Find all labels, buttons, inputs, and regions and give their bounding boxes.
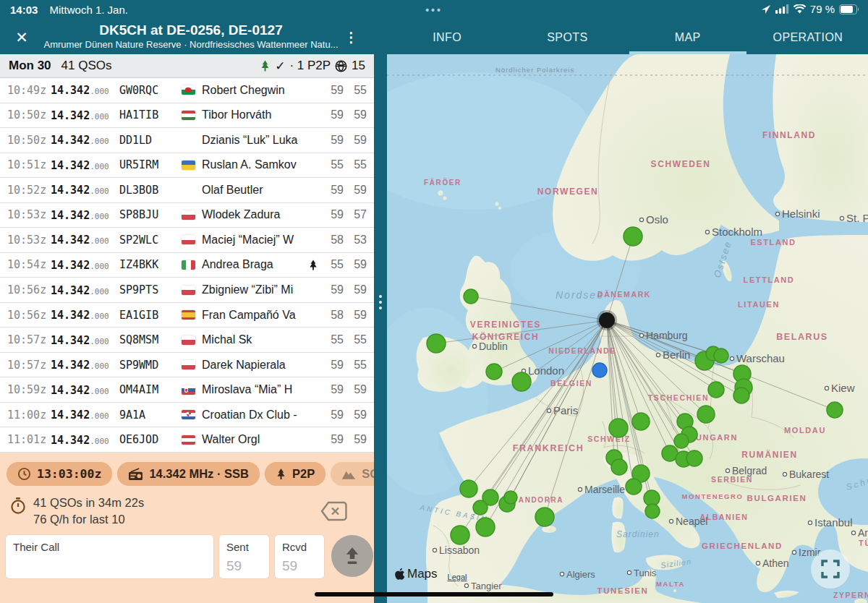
home-indicator[interactable] [315,592,553,596]
qso-marker[interactable] [632,413,650,430]
qso-rst-sent: 59 [320,283,344,296]
map-attribution: Maps Legal [394,567,467,581]
qso-marker[interactable] [476,518,495,536]
qso-rst-rcvd: 59 [344,409,367,422]
qso-marker[interactable] [624,227,642,246]
qso-marker[interactable] [464,289,478,304]
upload-icon [342,546,362,566]
qso-frequency: 14.342.000 [51,83,119,97]
svg-text:Ank: Ank [858,527,868,539]
qso-time: 10:54z [7,258,51,271]
fullscreen-button[interactable] [811,549,850,589]
header: ✕ DK5CH at DE-0256, DE-0127 Amrumer Düne… [0,20,868,54]
svg-text:MALTA: MALTA [656,580,685,588]
svg-text:Hamburg: Hamburg [646,330,688,341]
qso-marker[interactable] [714,348,728,363]
qso-time: 11:00z [7,409,51,422]
qso-frequency: 14.342.000 [51,108,119,122]
svg-text:VEREINIGTES: VEREINIGTES [470,320,541,330]
svg-text:TSCHECHIEN: TSCHECHIEN [648,393,709,402]
qso-frequency: 14.342.000 [51,258,119,272]
sent-value: 59 [226,558,262,574]
country-flag-icon [182,310,202,320]
qso-row[interactable]: 10:49z14.342.000GW0RQCRobert Chegwin5955 [0,78,374,103]
country-flag-icon [182,435,202,445]
qso-rst-rcvd: 55 [344,84,367,97]
station-marker[interactable] [599,312,615,328]
chip-14-342-mhz-ssb[interactable]: 14.342 MHz · SSB [117,462,260,486]
qso-marker[interactable] [827,402,843,418]
qso-row[interactable]: 10:52z14.342.000DL3BOBOlaf Beutler5959 [0,178,374,203]
chip-13-03-00z[interactable]: 13:03:00z [7,462,112,486]
multitask-dots[interactable]: ••• [0,4,868,16]
tab-spots[interactable]: SPOTS [507,20,627,54]
qso-row[interactable]: 10:51z14.342.000UR5IRMRuslan A. Samkov55… [0,153,374,179]
qso-marker[interactable] [686,450,702,466]
overflow-menu-button[interactable]: ⋮ [344,29,358,46]
log-submit-button[interactable] [331,535,373,577]
qso-marker[interactable] [427,334,446,353]
qso-marker[interactable] [697,406,715,423]
globe-icon [335,60,347,72]
qso-marker[interactable] [486,364,502,380]
qso-marker[interactable] [609,419,628,437]
svg-text:FRANKREICH: FRANKREICH [513,443,584,453]
qso-rst-rcvd: 59 [344,134,367,147]
qso-map[interactable]: Nördlicher Polarkreis NordseeOstseeSardi… [387,54,868,603]
tab-map[interactable]: MAP [628,20,748,54]
qso-row[interactable]: 10:56z14.342.000SP9PTSZbigniew “Zibi” Mi… [0,278,374,303]
cellular-icon [775,4,789,14]
tab-operation[interactable]: OPERATION [748,20,868,54]
their-call-input[interactable]: Their Call [6,535,213,578]
legal-link[interactable]: Legal [448,573,467,581]
qso-callsign: OM4AIM [119,383,182,396]
qso-marker[interactable] [708,382,724,398]
qso-row[interactable]: 10:54z14.342.000IZ4BKKAndrea Braga5559 [0,253,374,278]
chip-sota[interactable]: SOTA [331,462,374,486]
qso-row[interactable]: 10:57z14.342.000SP9WMDDarek Napierala595… [0,353,374,378]
svg-text:St. Petersb: St. Petersb [846,212,868,224]
check-icon: ✓ [275,59,285,74]
qso-marker[interactable] [674,434,689,448]
tab-info[interactable]: INFO [387,20,507,54]
qso-row[interactable]: 10:50z14.342.000DD1LDDzianis “Luk” Luka5… [0,128,374,153]
qso-row[interactable]: 10:53z14.342.000SP2WLCMaciej “Maciej” W5… [0,228,374,253]
qso-frequency: 14.342.000 [51,333,119,347]
qso-operator-name: Wlodek Zadura [202,208,306,221]
qso-row[interactable]: 10:56z14.342.000EA1GIBFran Campañó Va585… [0,303,374,328]
qso-marker[interactable] [512,372,531,391]
qso-marker[interactable] [460,480,477,497]
wifi-icon [793,4,806,14]
qso-row[interactable]: 10:53z14.342.000SP8BJUWlodek Zadura5957 [0,203,374,228]
qso-operator-name: Dzianis “Luk” Luka [202,134,306,147]
sent-input[interactable]: Sent 59 [219,535,269,578]
battery-percent: 79 % [810,3,835,15]
qso-callsign: DD1LD [119,134,182,147]
qso-marker[interactable] [645,504,660,518]
svg-text:NORWEGEN: NORWEGEN [537,187,599,197]
qso-marker[interactable] [504,491,517,504]
svg-text:ANDORRA: ANDORRA [519,496,563,504]
country-flag-icon [182,286,202,295]
qso-marker[interactable] [451,526,469,544]
qso-callsign: IZ4BKK [119,258,182,271]
qso-marker[interactable] [733,388,749,403]
close-button[interactable]: ✕ [12,27,32,48]
qso-row[interactable]: 11:01z14.342.000OE6JODWalter Orgl5959 [0,427,374,453]
qso-row[interactable]: 10:57z14.342.000SQ8MSMMichal Sk5555 [0,328,374,353]
qso-row[interactable]: 10:59z14.342.000OM4AIMMiroslava “Mia” H5… [0,377,374,403]
chip-p2p[interactable]: P2P [265,462,326,486]
qso-marker[interactable] [473,500,488,515]
backspace-button[interactable] [320,500,349,525]
qso-row[interactable]: 11:00z14.342.0009A1ACroatian Dx Club -59… [0,403,374,428]
qso-marker[interactable] [611,459,627,475]
svg-text:RUMÄNIEN: RUMÄNIEN [741,449,797,460]
rcvd-input[interactable]: Rcvd 59 [275,535,324,578]
panel-drag-handle[interactable] [379,295,382,309]
qso-rst-sent: 59 [320,208,344,221]
qso-row[interactable]: 10:50z14.342.000HA1TIBTibor Horváth5959 [0,103,374,129]
qso-marker[interactable] [535,508,554,526]
country-flag-icon [182,410,202,419]
svg-text:Bukarest: Bukarest [789,469,829,480]
qso-marker[interactable] [626,479,642,495]
